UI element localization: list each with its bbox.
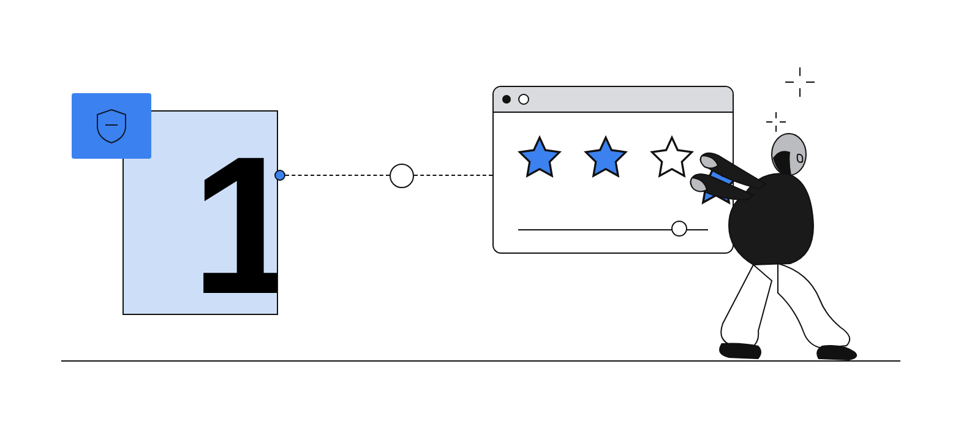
- illustration-stage: 1: [0, 0, 980, 429]
- connector-dash-left: [285, 175, 390, 176]
- connector-dash-right: [414, 175, 492, 176]
- shield-minus-icon: [95, 108, 128, 145]
- review-slider-handle[interactable]: [671, 221, 687, 237]
- star-2-filled: [582, 134, 630, 181]
- titlebar-dot-hollow: [518, 94, 529, 105]
- person-placing-star: [686, 127, 858, 362]
- window-titlebar: [494, 87, 733, 113]
- connector-mid-circle: [390, 164, 414, 188]
- folder-badge: [72, 93, 151, 159]
- sparkle-icon: [784, 66, 816, 98]
- ground-line: [61, 360, 900, 362]
- titlebar-dot-filled: [502, 95, 511, 104]
- star-1-filled: [516, 134, 564, 181]
- connector-start-dot: [274, 170, 285, 181]
- step-number: 1: [191, 127, 278, 315]
